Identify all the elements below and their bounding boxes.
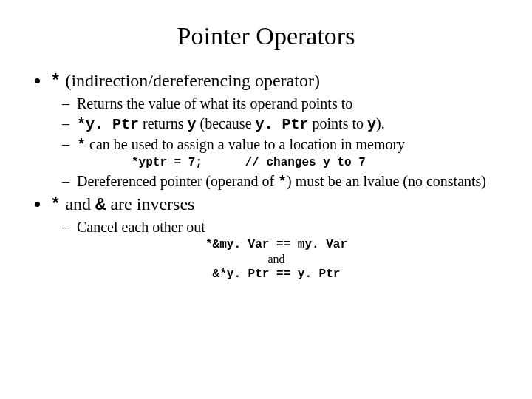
b1s3-t1: can be used to assign a value to a locat… (86, 136, 405, 152)
b1s2-c3: y. Ptr (256, 116, 309, 133)
code-line-1-right: // changes y to 7 (245, 156, 366, 169)
b2-t2: are inverses (106, 194, 194, 214)
b1s2-t2: (because (197, 115, 256, 132)
b1s3-c1: * (77, 137, 86, 154)
b1s4-c1: * (278, 174, 287, 191)
b2-c1: * (50, 195, 61, 215)
b1s4-t1: Dereferenced pointer (operand of (77, 173, 278, 189)
bullet-2-sub-1: Cancel each other out (77, 218, 502, 236)
bullet-2: * and & are inverses Cancel each other o… (50, 194, 502, 281)
b2-t1: and (61, 194, 95, 214)
bullet-1-sublist-2: Dereferenced pointer (operand of *) must… (50, 172, 502, 191)
bullet-1-sub-3: * can be used to assign a value to a loc… (77, 135, 502, 154)
bullet-1-code: * (50, 72, 61, 92)
b1s2-c4: y (367, 116, 376, 133)
code-line-1-left: *yptr = 7; (132, 156, 202, 169)
code-line-2: *&my. Var == my. Var (50, 238, 502, 251)
b1s4-t2: ) must be an lvalue (no constants) (287, 173, 486, 189)
b1s2-c2: y (188, 116, 197, 133)
bullet-2-sublist: Cancel each other out (50, 218, 502, 236)
b2-c2: & (95, 195, 106, 215)
bullet-1-sublist: Returns the value of what its operand po… (50, 95, 502, 154)
and-text: and (50, 253, 502, 266)
b1s2-t4: ). (376, 115, 385, 132)
bullet-list-level1: * (indirection/dereferencing operator) R… (30, 71, 502, 281)
code-line-1: *yptr = 7; // changes y to 7 (132, 156, 502, 169)
bullet-1-sub-4: Dereferenced pointer (operand of *) must… (77, 172, 502, 191)
b1s2-t3: points to (309, 115, 367, 132)
code-line-3: &*y. Ptr == y. Ptr (50, 267, 502, 281)
bullet-1: * (indirection/dereferencing operator) R… (50, 71, 502, 191)
b1s2-t1: returns (139, 115, 188, 132)
b1s2-c1: *y. Ptr (77, 116, 139, 133)
bullet-1-sub-1: Returns the value of what its operand po… (77, 95, 502, 113)
slide-title: Pointer Operators (30, 22, 502, 50)
bullet-1-sub-2: *y. Ptr returns y (because y. Ptr points… (77, 115, 502, 134)
bullet-1-text: (indirection/dereferencing operator) (61, 71, 319, 90)
